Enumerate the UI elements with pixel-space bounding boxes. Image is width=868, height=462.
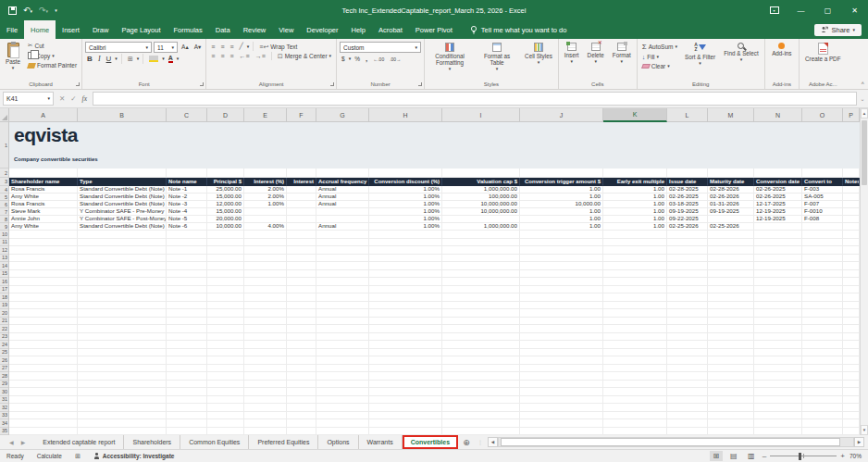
row-header-34[interactable]: 34	[0, 419, 8, 428]
grid-cell[interactable]	[316, 325, 369, 333]
grid-cell[interactable]	[9, 341, 78, 349]
grid-cell[interactable]	[287, 223, 316, 231]
grid-cell[interactable]	[708, 396, 754, 405]
grid-cell[interactable]	[603, 169, 667, 178]
font-color-button[interactable]: A	[167, 54, 175, 64]
grid-cell[interactable]: 1.00%	[369, 201, 442, 208]
grid-cell[interactable]	[754, 404, 802, 412]
grid-cell[interactable]	[802, 286, 843, 294]
row-header-33[interactable]: 33	[0, 412, 8, 420]
grid-cell[interactable]: 02-25-2026	[708, 223, 754, 231]
grid-cell[interactable]	[442, 293, 520, 302]
grid-cell[interactable]	[9, 356, 78, 365]
grid-cell[interactable]	[520, 293, 603, 302]
grid-cell[interactable]	[78, 349, 167, 357]
grid-cell[interactable]: Note -6	[167, 223, 207, 231]
grid-cell[interactable]	[9, 372, 78, 381]
grid-cell[interactable]	[802, 255, 843, 263]
redo-button[interactable]: ↷▾	[39, 6, 48, 15]
grid-cell[interactable]	[603, 309, 667, 318]
grid-cell[interactable]	[667, 428, 708, 436]
grid-cell[interactable]: 12,000.00	[207, 201, 244, 208]
grid-cell[interactable]	[708, 428, 754, 436]
grid-cell[interactable]	[603, 365, 667, 373]
grid-cell[interactable]	[316, 255, 369, 263]
grid-cell[interactable]	[802, 239, 843, 247]
grid-cell[interactable]	[520, 231, 603, 239]
grid-cell[interactable]	[287, 169, 316, 178]
grid-cell[interactable]	[167, 318, 207, 326]
new-sheet-icon[interactable]: ⊕	[458, 435, 475, 449]
grid-cell[interactable]	[369, 325, 442, 333]
grid-cell[interactable]	[78, 381, 167, 389]
grid-cell[interactable]	[287, 428, 316, 436]
row-header-1[interactable]: 1	[0, 122, 8, 169]
grid-cell[interactable]	[442, 365, 520, 373]
grid-cell[interactable]	[708, 302, 754, 310]
grid-cell[interactable]	[802, 365, 843, 373]
grid-cell[interactable]	[843, 341, 860, 349]
column-header-H[interactable]: H	[369, 108, 442, 122]
grid-cell[interactable]	[520, 349, 603, 357]
grid-cell[interactable]: 1.00	[603, 201, 667, 208]
grid-cell[interactable]	[78, 270, 167, 279]
grid-cell[interactable]	[167, 388, 207, 396]
grid-cell[interactable]	[167, 428, 207, 436]
grid-cell[interactable]	[78, 169, 167, 178]
grid-cell[interactable]	[843, 302, 860, 310]
row-header-26[interactable]: 26	[0, 356, 8, 365]
grid-cell[interactable]	[843, 255, 860, 263]
grid-cell[interactable]	[520, 255, 603, 263]
grid-cell[interactable]: 4.00%	[244, 223, 287, 231]
grid-cell[interactable]	[754, 341, 802, 349]
grid-cell[interactable]	[244, 428, 287, 436]
zoom-out-icon[interactable]: –	[763, 452, 766, 460]
font-dialog-launcher-icon[interactable]	[200, 82, 204, 86]
grid-cell[interactable]	[207, 333, 244, 342]
grid-cell[interactable]	[78, 356, 167, 365]
grid-cell[interactable]	[316, 302, 369, 310]
grid-cell[interactable]	[520, 404, 603, 412]
grid-cell[interactable]	[708, 356, 754, 365]
grid-cell[interactable]	[603, 302, 667, 310]
grid-cell[interactable]	[442, 325, 520, 333]
grid-cell[interactable]	[442, 412, 520, 420]
grid-cell[interactable]	[520, 325, 603, 333]
grid-cell[interactable]	[207, 325, 244, 333]
grid-cell[interactable]	[207, 293, 244, 302]
tell-me-box[interactable]: Tell me what you want to do	[470, 20, 567, 39]
row-header-3[interactable]: 3	[0, 178, 8, 186]
row-header-15[interactable]: 15	[0, 270, 8, 279]
grid-cell[interactable]	[708, 262, 754, 270]
grid-cell[interactable]	[754, 381, 802, 389]
grid-cell[interactable]	[207, 255, 244, 263]
grid-cell[interactable]	[207, 309, 244, 318]
grid-cell[interactable]	[843, 388, 860, 396]
accessibility-status[interactable]: Accessibility: Investigate	[87, 453, 181, 459]
grid-cell[interactable]	[667, 349, 708, 357]
grid-cell[interactable]	[316, 318, 369, 326]
grid-cell[interactable]	[843, 365, 860, 373]
copy-button[interactable]: Copy▾	[26, 51, 79, 60]
autosum-button[interactable]: ΣAutoSum▾	[640, 42, 679, 52]
grid-cell[interactable]	[754, 246, 802, 255]
table-header-cell[interactable]: Principal $	[207, 178, 244, 186]
grid-cell[interactable]	[316, 208, 369, 216]
grid-cell[interactable]	[9, 412, 78, 420]
grid-cell[interactable]: 1.00	[603, 208, 667, 216]
grid-cell[interactable]	[316, 396, 369, 405]
row-header-28[interactable]: 28	[0, 372, 8, 381]
grid-cell[interactable]	[754, 270, 802, 279]
grid-cell[interactable]	[442, 216, 520, 223]
grid-cell[interactable]	[520, 333, 603, 342]
row-header-14[interactable]: 14	[0, 262, 8, 270]
row-header-21[interactable]: 21	[0, 318, 8, 326]
table-header-cell[interactable]: Conversion date	[754, 178, 802, 186]
grid-cell[interactable]	[843, 169, 860, 178]
grid-cell[interactable]	[520, 372, 603, 381]
grid-cell[interactable]	[9, 325, 78, 333]
grid-cell[interactable]	[843, 318, 860, 326]
grid-cell[interactable]	[244, 381, 287, 389]
grid-cell[interactable]	[244, 404, 287, 412]
row-header-27[interactable]: 27	[0, 365, 8, 373]
